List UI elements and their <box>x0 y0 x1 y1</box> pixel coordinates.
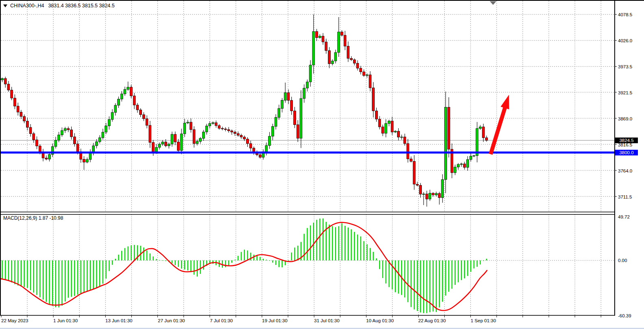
candle-body <box>48 155 51 159</box>
trend-arrow-annotation[interactable] <box>489 95 509 155</box>
candle-body <box>92 146 95 152</box>
macd-histogram-bar <box>291 253 292 260</box>
panel-divider-bottom <box>0 214 615 215</box>
macd-histogram-bar <box>407 260 408 302</box>
macd-histogram-bar <box>187 260 188 271</box>
chart-canvas[interactable] <box>0 0 644 330</box>
macd-histogram-bar <box>128 247 129 260</box>
macd-histogram-bar <box>310 225 311 260</box>
candle-body <box>67 129 70 130</box>
macd-histogram-bar <box>420 260 421 313</box>
candle-body <box>83 159 85 162</box>
symbol-dropdown-triangle-icon[interactable] <box>3 4 7 7</box>
macd-histogram-bar <box>77 260 78 295</box>
candle-body <box>155 147 157 152</box>
candle-body <box>353 60 356 63</box>
candle-body <box>426 194 428 199</box>
candle-body <box>33 133 35 140</box>
candle-body <box>407 144 409 159</box>
candle-body <box>438 193 441 197</box>
time-axis-border <box>0 315 615 316</box>
candle-body <box>463 164 466 168</box>
candle-body <box>7 84 10 90</box>
macd-histogram-bar <box>480 260 480 264</box>
candle-body <box>385 124 387 133</box>
chart-shift-marker-icon <box>490 1 496 5</box>
macd-histogram-bar <box>256 256 257 260</box>
macd-histogram-bar <box>58 260 59 308</box>
macd-histogram-bar <box>367 244 367 260</box>
macd-histogram-bar <box>410 260 411 307</box>
candle-body <box>375 111 378 119</box>
macd-histogram-bar <box>313 223 314 260</box>
macd-histogram-bar <box>200 260 201 274</box>
support-price-tag: 3800.0 <box>615 150 638 155</box>
candle-body <box>36 140 38 146</box>
price-axis-label: 3973.5 <box>618 64 632 70</box>
macd-histogram-bar <box>341 223 342 260</box>
candle-body <box>485 138 488 140</box>
macd-histogram-bar <box>103 260 103 284</box>
macd-histogram-bar <box>442 260 443 302</box>
macd-histogram-bar <box>266 260 267 260</box>
macd-histogram-bar <box>115 259 116 260</box>
macd-histogram-bar <box>373 252 373 260</box>
candle-body <box>249 144 252 148</box>
candle-body <box>171 134 173 144</box>
candle-body <box>281 100 284 108</box>
candle-body <box>193 129 195 143</box>
candle-body <box>124 90 126 94</box>
main-grid-layer <box>1 1 614 212</box>
candle-body <box>297 125 299 138</box>
candle-body <box>17 106 19 112</box>
macd-histogram-bar <box>279 260 279 267</box>
candle-body <box>1 79 4 80</box>
macd-histogram-bar <box>162 260 163 261</box>
candle-body <box>165 142 167 146</box>
macd-histogram-bar <box>439 260 440 308</box>
candle-body <box>221 128 224 129</box>
macd-histogram-layer <box>2 219 487 313</box>
candle-body <box>435 193 437 195</box>
macd-histogram-bar <box>190 260 191 272</box>
candle-body <box>441 179 444 198</box>
candle-body <box>142 115 145 119</box>
macd-histogram-bar <box>181 260 182 269</box>
macd-histogram-bar <box>247 251 248 260</box>
candle-body <box>360 68 362 72</box>
macd-histogram-bar <box>197 260 198 277</box>
macd-histogram-bar <box>238 256 238 260</box>
time-axis-label: 31 Jul 01:30 <box>314 318 340 323</box>
macd-histogram-bar <box>8 260 9 281</box>
macd-histogram-bar <box>65 260 65 302</box>
macd-histogram-bar <box>275 260 276 265</box>
macd-histogram-bar <box>432 260 433 312</box>
support-hline-3800[interactable] <box>0 151 614 153</box>
macd-histogram-bar <box>124 248 125 260</box>
candle-body <box>454 167 456 173</box>
candle-body <box>174 134 177 142</box>
candle-body <box>61 131 63 135</box>
candle-body <box>325 42 327 50</box>
macd-histogram-bar <box>454 260 455 285</box>
macd-histogram-bar <box>395 260 396 292</box>
candle-body <box>158 144 161 147</box>
macd-histogram-bar <box>87 260 87 292</box>
candle-body <box>303 88 306 98</box>
macd-histogram-bar <box>143 247 144 260</box>
candle-body <box>168 144 170 146</box>
candle-body <box>300 98 302 138</box>
candle-body <box>133 96 135 105</box>
time-axis-label: 1 Jun 01:30 <box>53 318 78 323</box>
macd-histogram-bar <box>61 260 62 306</box>
macd-axis-label: 0.00 <box>618 258 627 263</box>
macd-histogram-bar <box>345 226 345 260</box>
macd-histogram-bar <box>184 260 185 269</box>
macd-axis-label: 49.72 <box>618 214 630 220</box>
candle-body <box>45 158 48 159</box>
candle-body <box>372 88 375 111</box>
candle-body <box>306 82 308 88</box>
candle-body <box>356 63 359 68</box>
candle-body <box>205 126 208 132</box>
macd-histogram-bar <box>398 260 399 294</box>
